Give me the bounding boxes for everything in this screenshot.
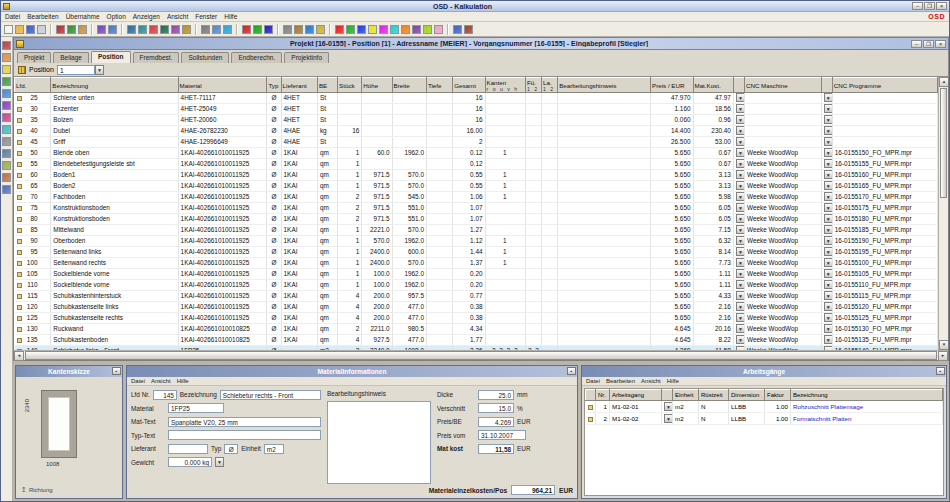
table-row[interactable]: 35Bolzen4HET-20060Ø4HETSt160.0600.96▼▼ xyxy=(15,115,938,126)
column-header-progbtn[interactable] xyxy=(821,78,832,93)
column-header-la[interactable]: La.1 2 xyxy=(542,78,558,93)
info-icon[interactable] xyxy=(223,25,232,34)
cnc-machine-dropdown-icon[interactable]: ▼ xyxy=(736,137,745,146)
cnc-machine-dropdown-icon[interactable]: ▼ xyxy=(736,313,745,322)
color-red-icon[interactable] xyxy=(335,25,344,34)
cnc-machine-dropdown-icon[interactable]: ▼ xyxy=(736,104,745,113)
color-magenta-icon[interactable] xyxy=(379,25,388,34)
table-row[interactable]: 80Konstruktionsboden1KAI-402661010011925… xyxy=(15,214,938,225)
copy-icon[interactable] xyxy=(67,25,76,34)
flag-green-icon[interactable] xyxy=(253,25,262,34)
menu-item-datei[interactable]: Datei xyxy=(5,13,20,20)
column-header-tiefe[interactable]: Tiefe xyxy=(426,78,452,93)
order-icon[interactable] xyxy=(2,113,11,122)
vertical-scrollbar[interactable]: ▲ ▼ xyxy=(938,77,948,350)
menu-item-bearbeiten[interactable]: Bearbeiten xyxy=(27,13,58,20)
table-row[interactable]: 60Boden11KAI-402661010011925Ø1KAIqm1971.… xyxy=(15,170,938,181)
column-header-stuck[interactable]: Stück xyxy=(338,78,362,93)
column-header-kanten[interactable]: Kantenr o u v h xyxy=(485,78,525,93)
table-row[interactable]: 85Mittelwand1KAI-402661010011925Ø1KAIqm1… xyxy=(15,225,938,236)
menu-item-ansicht[interactable]: Ansicht xyxy=(167,13,188,20)
calculator-icon[interactable] xyxy=(127,25,136,34)
bearbeitungshinweis-field[interactable] xyxy=(327,401,431,485)
table-row[interactable]: 75Konstruktionsboden1KAI-402661010011925… xyxy=(15,203,938,214)
table-row[interactable]: 105Sockelblende vorne1KAI-40266101001192… xyxy=(15,269,938,280)
ag-column-header-0[interactable] xyxy=(586,390,596,401)
cnc-program-dropdown-icon[interactable]: ▼ xyxy=(824,269,833,278)
lieferant-field[interactable] xyxy=(168,444,208,454)
cnc-machine-dropdown-icon[interactable]: ▼ xyxy=(736,258,745,267)
cnc-machine-dropdown-icon[interactable]: ▼ xyxy=(736,225,745,234)
column-header-lfd[interactable]: Lfd. xyxy=(15,78,51,93)
column-header-fu[interactable]: Fü.1 2 xyxy=(525,78,541,93)
arbeitsgang-dropdown-icon[interactable]: ▼ xyxy=(664,414,673,423)
column-header-cncbtn[interactable] xyxy=(733,78,744,93)
column-header-matkost[interactable]: Mat.Kost. xyxy=(693,78,733,93)
position-value[interactable]: 1 xyxy=(57,65,95,75)
euro-icon[interactable] xyxy=(182,25,191,34)
column-header-typ[interactable]: Typ xyxy=(267,78,281,93)
calculation-icon[interactable] xyxy=(2,89,11,98)
panel-menu-hilfe[interactable]: Hilfe xyxy=(177,378,189,384)
table-row[interactable]: 70Fachboden1KAI-402661010011925Ø1KAIqm29… xyxy=(15,192,938,203)
color-cyan-icon[interactable] xyxy=(390,25,399,34)
material-field[interactable]: 1FP25 xyxy=(168,403,224,413)
column-header-breite[interactable]: Breite xyxy=(392,78,426,93)
typ-field[interactable]: Ø xyxy=(224,444,238,454)
scroll-left-icon[interactable]: ◄ xyxy=(14,351,24,361)
horizontal-scrollbar[interactable]: ◄ ► xyxy=(14,350,948,360)
column-header-lief[interactable]: Lieferant xyxy=(281,78,317,93)
cnc-program-dropdown-icon[interactable]: ▼ xyxy=(824,258,833,267)
verschnitt-field[interactable]: 15.0 xyxy=(478,403,514,413)
column-header-hohe[interactable]: Höhe xyxy=(362,78,392,93)
cnc-program-dropdown-icon[interactable]: ▼ xyxy=(824,313,833,322)
cnc-program-dropdown-icon[interactable]: ▼ xyxy=(824,335,833,344)
column-header-preis[interactable]: Preis / EUR xyxy=(651,78,693,93)
export-icon[interactable] xyxy=(2,161,11,170)
cnc-machine-dropdown-icon[interactable]: ▼ xyxy=(736,302,745,311)
exit-door-icon[interactable] xyxy=(464,25,473,34)
table-row[interactable]: 135Schubkastenboden1KAI-402661010010825Ø… xyxy=(15,335,938,346)
lfd-field[interactable]: 145 xyxy=(153,390,177,400)
cnc-program-dropdown-icon[interactable]: ▼ xyxy=(824,137,833,146)
cnc-machine-dropdown-icon[interactable]: ▼ xyxy=(736,93,745,102)
bezeichnung-field[interactable]: Schiebetur rechts - Front xyxy=(220,390,321,400)
cnc-program-dropdown-icon[interactable]: ▼ xyxy=(824,280,833,289)
position-icon[interactable] xyxy=(2,65,11,74)
tab-sollstunden[interactable]: Sollstunden xyxy=(181,52,229,63)
cnc-program-dropdown-icon[interactable]: ▼ xyxy=(824,181,833,190)
close-button[interactable]: × xyxy=(936,2,947,10)
cnc-program-dropdown-icon[interactable]: ▼ xyxy=(824,324,833,333)
cnc-machine-dropdown-icon[interactable]: ▼ xyxy=(736,324,745,333)
archive-icon[interactable] xyxy=(2,149,11,158)
cnc-machine-dropdown-icon[interactable]: ▼ xyxy=(736,148,745,157)
ag-column-header-6[interactable]: Dimension xyxy=(729,390,765,401)
doc-minimize-button[interactable]: – xyxy=(911,40,922,48)
table-row[interactable]: 100Seitenwand rechts1KAI-402661010011925… xyxy=(15,258,938,269)
table-grid-icon[interactable] xyxy=(138,25,147,34)
dicke-field[interactable]: 25.0 xyxy=(478,390,514,400)
table-row[interactable]: 30Exzenter4HET-25049Ø4HETSt161.16018.56▼… xyxy=(15,104,938,115)
filter-icon[interactable] xyxy=(212,25,221,34)
gear-icon[interactable] xyxy=(283,25,292,34)
save-disk-icon[interactable] xyxy=(26,25,35,34)
minimize-button[interactable]: – xyxy=(912,2,923,10)
flag-blue-icon[interactable] xyxy=(264,25,273,34)
cnc-program-dropdown-icon[interactable]: ▼ xyxy=(824,93,833,102)
cnc-machine-dropdown-icon[interactable]: ▼ xyxy=(736,192,745,201)
paste-icon[interactable] xyxy=(78,25,87,34)
mail-envelope-icon[interactable] xyxy=(316,25,325,34)
column-header-gesamt[interactable]: Gesamt xyxy=(453,78,485,93)
arbeitsgang-row[interactable]: 1M1-02-01▼m2NLLBB1.00Rohzuschnitt Platte… xyxy=(586,401,943,413)
chart-bar-icon[interactable] xyxy=(149,25,158,34)
column-header-mat[interactable]: Material xyxy=(178,78,267,93)
menu-item-anzeigen[interactable]: Anzeigen xyxy=(133,13,160,20)
print-list-icon[interactable] xyxy=(2,137,11,146)
redo-icon[interactable] xyxy=(108,25,117,34)
tab-projektinfo[interactable]: Projektinfo xyxy=(284,52,329,63)
panel-menu-hilfe[interactable]: Hilfe xyxy=(667,378,679,384)
ag-column-header-4[interactable]: Einheit xyxy=(673,390,699,401)
table-row[interactable]: 50Blende oben1KAI-402661010011925Ø1KAIqm… xyxy=(15,148,938,159)
tab-fremdbest[interactable]: Fremdbest. xyxy=(133,52,180,63)
cnc-program-dropdown-icon[interactable]: ▼ xyxy=(824,148,833,157)
